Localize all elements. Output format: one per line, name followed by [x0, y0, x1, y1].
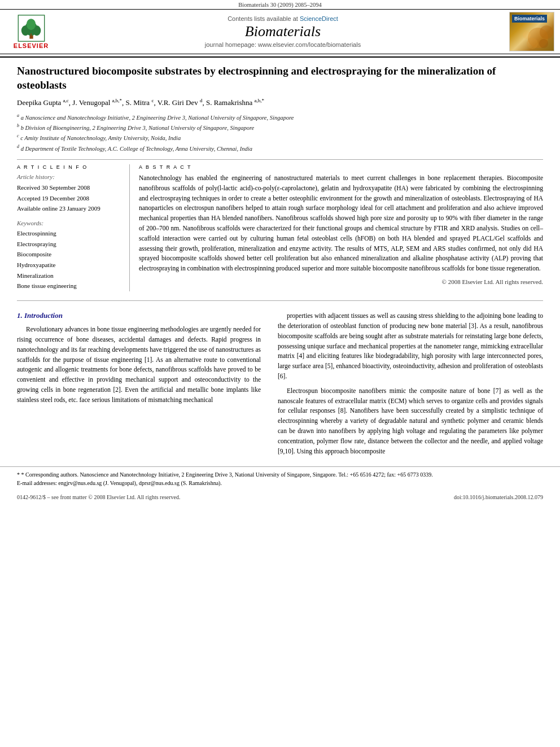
article-content: Nanostructured biocomposite substrates b…: [0, 58, 560, 311]
abstract-paragraph: Nanotechnology has enabled the engineeri…: [139, 173, 543, 274]
abstract-text: Nanotechnology has enabled the engineeri…: [139, 173, 543, 287]
article-info-column: A R T I C L E I N F O Article history: R…: [17, 164, 130, 291]
journal-header: Biomaterials 30 (2009) 2085–2094 ELSEVIE…: [0, 0, 560, 58]
journal-homepage: journal homepage: www.elsevier.com/locat…: [62, 41, 504, 48]
keyword-6: Bone tissue engineering: [17, 281, 120, 291]
accepted-date: Accepted 19 December 2008: [17, 193, 120, 204]
affiliation-a: a a Nanoscience and Nanotechnology Initi…: [17, 112, 543, 123]
svg-point-12: [523, 31, 531, 39]
affiliation-c: c c Amity Institute of Nanotechnology, A…: [17, 133, 543, 143]
svg-point-6: [26, 19, 35, 30]
keyword-2: Electrospraying: [17, 239, 120, 250]
elsevier-label: ELSEVIER: [14, 42, 49, 49]
body-divider: [17, 300, 543, 301]
copyright-line: © 2008 Elsevier Ltd. All rights reserved…: [139, 277, 543, 287]
journal-title-display: Biomaterials: [62, 23, 504, 40]
received-date: Received 30 September 2008: [17, 182, 120, 193]
keywords-list: Electrospinning Electrospraying Biocompo…: [17, 228, 120, 291]
elsevier-logo: ELSEVIER: [6, 14, 56, 49]
intro-para-3: Electrospun biocomposite nanofibers mimi…: [278, 386, 543, 457]
body-right-column: properties with adjacent tissues as well…: [271, 311, 543, 461]
intro-para-2: properties with adjacent tissues as well…: [278, 311, 543, 382]
bottom-bar: 0142-9612/$ – see front matter © 2008 El…: [0, 492, 560, 503]
intro-heading: 1. Introduction: [17, 311, 261, 320]
article-dates: Received 30 September 2008 Accepted 19 D…: [17, 182, 120, 214]
footnote-star: *: [17, 471, 21, 478]
svg-point-11: [539, 39, 548, 48]
journal-center: Contents lists available at ScienceDirec…: [56, 15, 509, 48]
affiliation-d: d d Department of Textile Technology, A.…: [17, 143, 543, 154]
science-direct-label: Contents lists available at: [228, 15, 298, 22]
article-title: Nanostructured biocomposite substrates b…: [17, 64, 543, 92]
intro-text-left: Revolutionary advances in bone tissue en…: [17, 325, 261, 405]
article-history-label: Article history:: [17, 173, 120, 180]
affiliations: a a Nanoscience and Nanotechnology Initi…: [17, 112, 543, 154]
header-inner: ELSEVIER Contents lists available at Sci…: [0, 9, 560, 54]
keyword-3: Biocomposite: [17, 249, 120, 260]
body-section: 1. Introduction Revolutionary advances i…: [0, 311, 560, 461]
journal-thumbnail: Biomaterials: [509, 12, 554, 51]
svg-point-9: [540, 25, 553, 39]
doi-line: doi:10.1016/j.biomaterials.2008.12.079: [454, 494, 543, 500]
footnote-email: E-mail addresses: engjrv@nus.edu.sg (J. …: [17, 479, 543, 487]
footnote-corresponding: * * Corresponding authors. Nanoscience a…: [17, 470, 543, 479]
keyword-4: Hydroxyapatite: [17, 260, 120, 270]
affiliation-b: b b Division of Bioengineering, 2 Engine…: [17, 123, 543, 133]
science-direct-line: Contents lists available at ScienceDirec…: [62, 15, 504, 22]
abstract-heading: A B S T R A C T: [139, 164, 543, 170]
svg-point-10: [527, 38, 538, 49]
info-abstract-section: A R T I C L E I N F O Article history: R…: [17, 164, 543, 291]
authors-line: Deepika Gupta a,c, J. Venugopal a,b,*, S…: [17, 98, 543, 107]
article-divider: [17, 159, 543, 160]
page-wrapper: Biomaterials 30 (2009) 2085–2094 ELSEVIE…: [0, 0, 560, 747]
science-direct-link[interactable]: ScienceDirect: [300, 15, 338, 22]
thumbnail-label: Biomaterials: [512, 15, 547, 23]
available-date: Available online 23 January 2009: [17, 203, 120, 214]
article-info-heading: A R T I C L E I N F O: [17, 164, 120, 170]
keywords-heading: Keywords:: [17, 220, 120, 226]
elsevier-tree-icon: [16, 14, 47, 42]
intro-text-right: properties with adjacent tissues as well…: [278, 311, 543, 456]
keyword-5: Mineralization: [17, 270, 120, 281]
abstract-column: A B S T R A C T Nanotechnology has enabl…: [130, 164, 543, 291]
intro-para-1: Revolutionary advances in bone tissue en…: [17, 325, 261, 405]
keyword-1: Electrospinning: [17, 228, 120, 239]
issn-line: 0142-9612/$ – see front matter © 2008 El…: [17, 494, 180, 500]
footnote-section: * * Corresponding authors. Nanoscience a…: [0, 466, 560, 487]
journal-citation: Biomaterials 30 (2009) 2085–2094: [0, 0, 560, 9]
body-left-column: 1. Introduction Revolutionary advances i…: [17, 311, 271, 461]
